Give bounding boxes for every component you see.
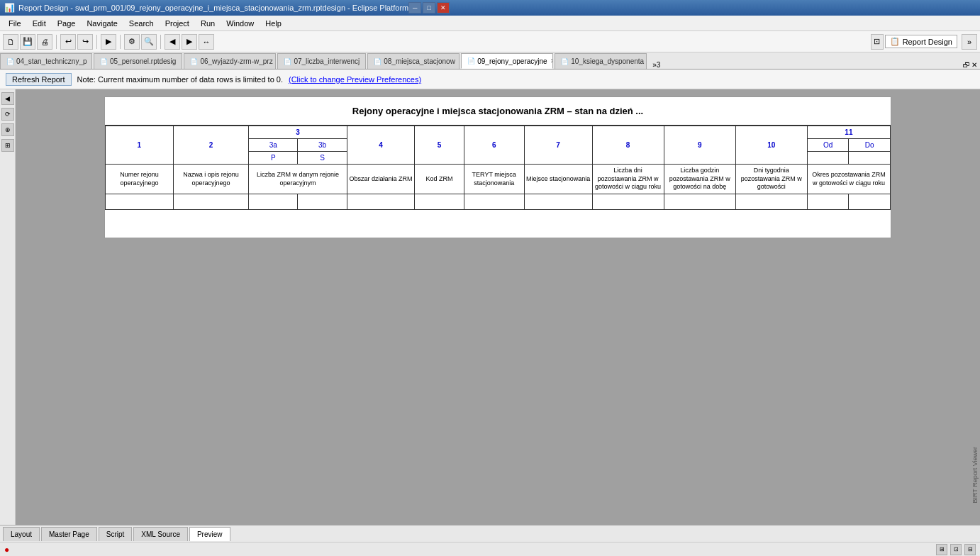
refresh-bar: Refresh Report Note: Current maximum num… bbox=[0, 70, 980, 89]
note-text: Note: Current maximum number of data row… bbox=[77, 75, 283, 84]
tb-expand[interactable]: ⊡ bbox=[871, 34, 884, 50]
col10-num: 10 bbox=[735, 126, 807, 165]
hdr-col8: Liczba dni pozostawania ZRM w gotowości … bbox=[592, 165, 664, 194]
close-button[interactable]: ✕ bbox=[437, 2, 450, 13]
report-design-label: 📋 Report Design bbox=[885, 35, 957, 48]
btab-preview[interactable]: Preview bbox=[189, 527, 230, 541]
hdr-col11: Okres pozostawania ZRM w gotowości w cią… bbox=[807, 165, 890, 194]
tab-09[interactable]: 📄 09_rejony_operacyjne ✕ bbox=[461, 53, 553, 69]
tb-print[interactable]: 🖨 bbox=[37, 34, 52, 50]
tab-08[interactable]: 📄 08_miejsca_stacjonow bbox=[367, 53, 460, 69]
btab-xmlsource[interactable]: XML Source bbox=[133, 527, 188, 541]
tb-btn4[interactable]: ▶ bbox=[182, 34, 197, 50]
sidebar-btn-4[interactable]: ⊞ bbox=[1, 139, 14, 152]
main-area: ◀ ⟳ ⊕ ⊞ Rejony operacyjne i miejsca stac… bbox=[0, 89, 980, 525]
tab-10-label: 10_ksiega_dysponenta bbox=[571, 57, 644, 65]
toolbar: 🗋 💾 🖨 ↩ ↪ ▶ ⚙ 🔍 ◀ ▶ ↔ ⊡ 📋 Report Design … bbox=[0, 31, 980, 52]
status-btn-3[interactable]: ⊟ bbox=[964, 544, 976, 555]
tab-05[interactable]: 📄 05_personel.rptdesig bbox=[94, 53, 182, 69]
btab-masterpage[interactable]: Master Page bbox=[41, 527, 97, 541]
tab-09-close[interactable]: ✕ bbox=[550, 57, 554, 65]
col1-header: 1 bbox=[106, 126, 174, 165]
status-btn-1[interactable]: ⊞ bbox=[936, 544, 947, 555]
tab-04[interactable]: 📄 04_stan_techniczny_p bbox=[0, 53, 92, 69]
menu-navigate[interactable]: Navigate bbox=[81, 18, 123, 29]
menu-page[interactable]: Page bbox=[52, 18, 82, 29]
menu-file[interactable]: File bbox=[3, 18, 27, 29]
tb-btn2[interactable]: 🔍 bbox=[141, 34, 157, 50]
status-icon: ● bbox=[4, 545, 9, 555]
tab-08-label: 08_miejsca_stacjonow bbox=[384, 57, 455, 65]
tb-run[interactable]: ▶ bbox=[101, 34, 116, 50]
status-bar: ● ⊞ ⊡ ⊟ bbox=[0, 542, 980, 556]
tab-04-label: 04_stan_techniczny_p bbox=[16, 57, 87, 65]
report-design-text: Report Design bbox=[903, 38, 952, 46]
hdr-col7: Miejsce stacjonowania bbox=[524, 165, 592, 194]
tab-08-icon: 📄 bbox=[374, 58, 382, 65]
report-table: 1 2 3 4 5 bbox=[105, 126, 891, 210]
tab-10[interactable]: 📄 10_ksiega_dysponenta bbox=[555, 53, 647, 69]
col3-num: 3 bbox=[249, 126, 347, 139]
menu-edit[interactable]: Edit bbox=[27, 18, 52, 29]
tb-save[interactable]: 💾 bbox=[20, 34, 35, 50]
sidebar-btn-2[interactable]: ⟳ bbox=[1, 108, 14, 121]
hdr-col3: Liczba ZRM w danym rejonie operacyjnym bbox=[249, 165, 347, 194]
hdr-col10: Dni tygodnia pozostawania ZRM w gotowośc… bbox=[735, 165, 807, 194]
tb-sep3 bbox=[120, 35, 121, 49]
tb-overflow[interactable]: » bbox=[962, 34, 977, 50]
tab-close-all[interactable]: ✕ bbox=[971, 61, 977, 69]
tab-04-icon: 📄 bbox=[6, 58, 14, 65]
content-area[interactable]: Rejony operacyjne i miejsca stacjonowani… bbox=[16, 89, 980, 525]
window-controls: ─ □ ✕ bbox=[408, 2, 450, 13]
col9-num: 9 bbox=[664, 126, 735, 165]
hdr-col1: Numer rejonu operacyjnego bbox=[106, 165, 174, 194]
tb-btn5[interactable]: ↔ bbox=[199, 34, 214, 50]
tab-overflow[interactable]: »3 bbox=[648, 61, 664, 69]
sidebar-btn-3[interactable]: ⊕ bbox=[1, 123, 14, 136]
minimize-button[interactable]: ─ bbox=[408, 2, 421, 13]
sidebar-btn-1[interactable]: ◀ bbox=[1, 92, 14, 105]
tb-redo[interactable]: ↪ bbox=[77, 34, 93, 50]
report-title-text: Rejony operacyjne i miejsca stacjonowani… bbox=[352, 106, 643, 116]
data-r1-c10 bbox=[735, 194, 807, 210]
refresh-button[interactable]: Refresh Report bbox=[6, 73, 72, 86]
data-r1-c11od bbox=[807, 194, 849, 210]
header-text-row: Numer rejonu operacyjnego Nazwa i opis r… bbox=[106, 165, 891, 194]
tab-09-label: 09_rejony_operacyjne bbox=[477, 57, 547, 65]
menu-help[interactable]: Help bbox=[260, 18, 287, 29]
maximize-button[interactable]: □ bbox=[423, 2, 435, 13]
col11do-empty bbox=[849, 152, 891, 165]
menu-window[interactable]: Window bbox=[221, 18, 260, 29]
data-r1-c1 bbox=[106, 194, 174, 210]
hdr-col4: Obszar działania ZRM bbox=[347, 165, 415, 194]
data-r1-c6 bbox=[464, 194, 524, 210]
tb-btn3[interactable]: ◀ bbox=[165, 34, 180, 50]
bottom-tabs: Layout Master Page Script XML Source Pre… bbox=[0, 525, 980, 542]
btab-layout[interactable]: Layout bbox=[3, 527, 40, 541]
preview-preferences-link[interactable]: (Click to change Preview Preferences) bbox=[289, 75, 421, 84]
col11-num: 11 bbox=[807, 126, 890, 139]
tb-sep4 bbox=[160, 35, 161, 49]
report-container: Rejony operacyjne i miejsca stacjonowani… bbox=[104, 96, 891, 238]
col3b-s: S bbox=[298, 152, 347, 165]
hdr-col9: Liczba godzin pozostawania ZRM w gotowoś… bbox=[664, 165, 735, 194]
tab-restore[interactable]: 🗗 bbox=[963, 61, 970, 69]
status-btn-2[interactable]: ⊡ bbox=[950, 544, 962, 555]
menu-run[interactable]: Run bbox=[195, 18, 221, 29]
btab-script[interactable]: Script bbox=[99, 527, 133, 541]
col4-num: 4 bbox=[347, 126, 415, 165]
tb-btn1[interactable]: ⚙ bbox=[124, 34, 140, 50]
col7-num: 7 bbox=[524, 126, 592, 165]
tab-06[interactable]: 📄 06_wyjazdy-zrm-w_prz bbox=[184, 53, 276, 69]
title-bar: 📊 Report Design - swd_prm_001/09_rejony_… bbox=[0, 0, 980, 16]
col2-num: 2 bbox=[173, 126, 248, 165]
tab-07-label: 07_liczba_interwencj bbox=[294, 57, 360, 65]
tab-07[interactable]: 📄 07_liczba_interwencj bbox=[277, 53, 366, 69]
tb-new[interactable]: 🗋 bbox=[3, 34, 18, 50]
data-r1-c8 bbox=[592, 194, 664, 210]
tb-undo[interactable]: ↩ bbox=[60, 34, 76, 50]
tab-06-icon: 📄 bbox=[190, 58, 198, 65]
tab-07-icon: 📄 bbox=[284, 58, 291, 65]
menu-search[interactable]: Search bbox=[123, 18, 160, 29]
menu-project[interactable]: Project bbox=[160, 18, 195, 29]
